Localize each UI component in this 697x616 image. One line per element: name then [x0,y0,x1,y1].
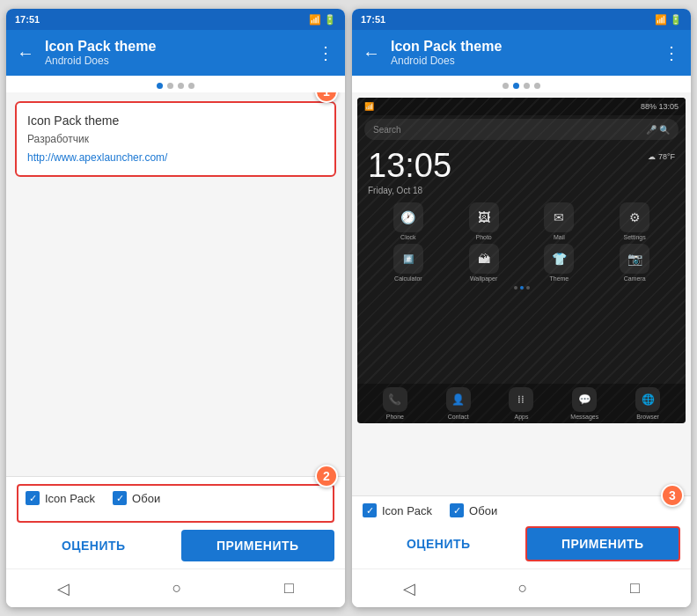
dot-3 [178,83,184,89]
left-apply-button[interactable]: ПРИМЕНИТЬ [181,530,335,561]
left-status-bar: 17:51 📶 🔋 [6,9,345,30]
preview-icon-messages-circle: 💬 [572,387,597,412]
preview-weather-icon: ☁ 78°F [648,152,675,161]
left-checkbox-wallpaper[interactable]: ✓ Обои [113,491,160,505]
preview-icon-settings: ⚙ Settings [598,202,671,240]
left-app-bar-titles: Icon Pack theme Android Does [45,39,306,67]
preview-icon-clock-circle: 🕐 [393,202,423,232]
preview-icon-wallpaper-circle: 🏔 [469,244,499,274]
info-card-title: Icon Pack theme [27,114,324,128]
left-nav-home[interactable]: ○ [172,579,182,598]
right-status-icons: 📶 🔋 [655,14,682,26]
right-bottom-bar: 3 ✓ Icon Pack ✓ Обои ОЦЕНИТЬ ПРИМЕНИТЬ [352,495,691,568]
dot-4 [188,83,194,89]
left-checkbox-bordered: ✓ Icon Pack ✓ Обои [17,484,334,523]
left-menu-button[interactable]: ⋮ [317,42,334,63]
preview-icon-apps-label: Apps [515,414,529,420]
preview-icon-clock-label: Clock [400,234,416,240]
right-check-wallpaper-label: Обои [469,504,497,517]
left-rate-button[interactable]: ОЦЕНИТЬ [17,532,171,560]
right-rate-button[interactable]: ОЦЕНИТЬ [363,530,515,558]
preview-icon-theme-circle: 👕 [544,244,574,274]
info-card-wrapper: Icon Pack theme Разработчик http://www.a… [15,101,336,177]
preview-icon-mail-label: Mail [554,234,565,240]
preview-phone: 📶 88% 13:05 Search 🎤 🔍 13:05 ☁ 78°F Frid… [357,98,686,423]
preview-icon-phone-circle: 📞 [383,387,407,412]
preview-icon-calc-label: Calculator [394,275,422,282]
preview-status-bar: 📶 88% 13:05 [357,98,686,115]
right-app-bar-titles: Icon Pack theme Android Does [391,39,652,67]
right-back-button[interactable]: ← [363,43,380,63]
left-bottom-bar: 2 ✓ Icon Pack ✓ Обои ОЦЕНИТЬ ПРИМЕНИТЬ [6,476,345,568]
left-nav-back[interactable]: ◁ [57,579,70,598]
left-check-wallpaper-label: Обои [132,492,160,505]
preview-search-text: Search [373,125,641,135]
preview-icon-camera-circle: 📷 [620,244,649,274]
preview-icon-calc: #️⃣ Calculator [371,244,445,282]
preview-icon-browser: 🌐 Browser [617,387,679,420]
info-card-link[interactable]: http://www.apexlauncher.com/ [27,151,167,164]
preview-search-bar[interactable]: Search 🎤 🔍 [364,119,679,140]
badge-3-wrapper: 3 [661,484,684,507]
right-nav-recent[interactable]: □ [630,579,640,598]
right-status-bar: 17:51 📶 🔋 [352,9,691,30]
dot-2 [167,83,173,89]
preview-icon-apps-circle: ⁞⁞ [509,387,533,412]
left-action-row: ОЦЕНИТЬ ПРИМЕНИТЬ [17,530,334,561]
preview-pdot-2 [520,286,524,290]
preview-time: 13:05 [368,149,451,182]
preview-icon-messages-label: Messages [570,414,598,420]
preview-icon-calc-circle: #️⃣ [393,244,423,274]
left-check-iconpack-box: ✓ [26,491,40,505]
right-menu-button[interactable]: ⋮ [663,42,680,63]
right-app-bar-subtitle: Android Does [391,55,652,67]
right-apply-button[interactable]: ПРИМЕНИТЬ [525,526,681,561]
left-app-bar: ← Icon Pack theme Android Does ⋮ [6,30,345,76]
right-dot-1 [503,83,509,89]
preview-icon-photo-circle: 🖼 [469,202,499,232]
right-check-iconpack-label: Icon Pack [382,504,432,517]
left-nav-recent[interactable]: □ [284,579,294,598]
badge-1: 1 [315,92,338,103]
preview-icon-settings-circle: ⚙ [620,202,649,232]
right-nav-home[interactable]: ○ [518,579,528,598]
right-checkbox-wallpaper[interactable]: ✓ Обои [450,503,497,517]
right-dots-indicator [352,76,691,92]
preview-page-dots [357,283,686,292]
right-nav-back[interactable]: ◁ [403,579,415,598]
preview-icon-phone: 📞 Phone [364,387,426,420]
right-time: 17:51 [361,14,385,25]
left-status-icons: 📶 🔋 [309,14,336,26]
preview-weather: ☁ 78°F [648,149,675,161]
preview-icon-browser-circle: 🌐 [635,387,660,412]
right-app-bar: ← Icon Pack theme Android Does ⋮ [352,30,691,76]
left-check-wallpaper-box: ✓ [113,491,127,505]
preview-icon-camera: 📷 Camera [598,244,671,282]
right-checkbox-iconpack[interactable]: ✓ Icon Pack [363,503,432,517]
left-nav-bar: ◁ ○ □ [6,568,345,607]
preview-icon-wallpaper-label: Wallpaper [470,275,497,282]
preview-icon-clock: 🕐 Clock [371,202,445,240]
preview-icon-mail-circle: ✉ [544,202,574,232]
preview-time-weather-row: 13:05 ☁ 78°F [357,143,686,186]
left-check-iconpack-label: Icon Pack [45,492,95,505]
preview-icon-contact: 👤 Contact [428,387,489,420]
right-check-wallpaper-box: ✓ [450,503,464,517]
right-content: 📶 88% 13:05 Search 🎤 🔍 13:05 ☁ 78°F Frid… [352,92,691,495]
right-action-row: ОЦЕНИТЬ ПРИМЕНИТЬ [363,526,680,561]
info-card-label: Разработчик [27,133,324,145]
preview-pdot-3 [526,286,530,290]
left-content: 1 Icon Pack theme Разработчик http://www… [6,92,345,476]
left-checkbox-iconpack[interactable]: ✓ Icon Pack [26,491,95,505]
preview-pdot-1 [514,286,517,290]
left-back-button[interactable]: ← [17,43,34,63]
preview-icon-theme: 👕 Theme [523,244,597,282]
preview-icon-contact-circle: 👤 [446,387,471,412]
preview-search-icons: 🎤 🔍 [646,125,670,135]
preview-status-right: 88% 13:05 [641,102,679,111]
left-time: 17:51 [15,14,40,25]
dot-1 [157,83,163,89]
badge-1-wrapper: 1 [315,92,338,103]
preview-status-left: 📶 [364,102,374,111]
preview-icon-contact-label: Contact [448,414,469,420]
